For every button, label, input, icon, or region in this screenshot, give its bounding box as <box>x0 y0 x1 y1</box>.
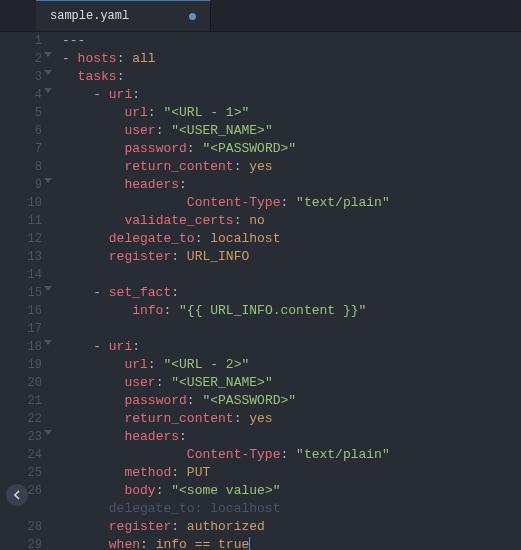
chevron-left-icon <box>12 490 22 500</box>
line-number: 1 <box>0 32 42 50</box>
code-token: : <box>171 465 179 480</box>
line-number: 4 <box>0 86 42 104</box>
code-line[interactable]: method: PUT <box>62 464 521 482</box>
code-line[interactable]: when: info == true <box>62 536 521 550</box>
code-token: Content-Type <box>187 447 281 462</box>
line-number: 8 <box>0 158 42 176</box>
line-number: 6 <box>0 122 42 140</box>
line-number: 7 <box>0 140 42 158</box>
line-number: 3 <box>0 68 42 86</box>
line-number: 14 <box>0 266 42 284</box>
code-token <box>62 465 124 480</box>
code-line[interactable]: password: "<PASSWORD>" <box>62 140 521 158</box>
code-line[interactable]: - hosts: all <box>62 50 521 68</box>
code-line[interactable]: return_content: yes <box>62 410 521 428</box>
line-number: 25 <box>0 464 42 482</box>
code-line[interactable]: body: "<some value>" <box>62 482 521 500</box>
code-line[interactable]: validate_certs: no <box>62 212 521 230</box>
code-line[interactable]: user: "<USER_NAME>" <box>62 122 521 140</box>
fold-chevron-icon[interactable] <box>44 88 52 93</box>
line-number: 23 <box>0 428 42 446</box>
code-line[interactable]: user: "<USER_NAME>" <box>62 374 521 392</box>
code-line[interactable]: --- <box>62 32 521 50</box>
fold-chevron-icon[interactable] <box>44 52 52 57</box>
code-token: tasks <box>78 69 117 84</box>
code-token: return_content <box>124 411 233 426</box>
back-chevron-button[interactable] <box>6 484 28 506</box>
code-line[interactable]: headers: <box>62 428 521 446</box>
code-token: info == true <box>156 537 250 550</box>
code-content[interactable]: ---- hosts: all tasks: - uri: url: "<URL… <box>48 32 521 550</box>
fold-chevron-icon[interactable] <box>44 430 52 435</box>
code-token: : <box>171 519 179 534</box>
code-token: "<PASSWORD>" <box>202 393 296 408</box>
text-cursor <box>249 537 250 550</box>
code-line[interactable] <box>62 320 521 338</box>
code-token: password <box>124 393 186 408</box>
code-line[interactable]: return_content: yes <box>62 158 521 176</box>
code-line[interactable]: tasks: <box>62 68 521 86</box>
code-token <box>62 213 124 228</box>
code-token: "<USER_NAME>" <box>171 123 272 138</box>
code-token: when <box>109 537 140 550</box>
code-token <box>62 429 124 444</box>
code-token: : <box>132 87 140 102</box>
line-number: 2 <box>0 50 42 68</box>
code-line[interactable]: Content-Type: "text/plain" <box>62 194 521 212</box>
code-token: password <box>124 141 186 156</box>
unsaved-indicator-icon <box>189 13 196 20</box>
code-token: body <box>124 483 155 498</box>
code-line-dimmed[interactable]: delegate_to: localhost <box>62 500 521 518</box>
code-token <box>62 411 124 426</box>
code-token <box>62 105 124 120</box>
code-line[interactable]: register: authorized <box>62 518 521 536</box>
code-line[interactable]: - uri: <box>62 338 521 356</box>
fold-chevron-icon[interactable] <box>44 340 52 345</box>
code-line[interactable]: info: "{{ URL_INFO.content }}" <box>62 302 521 320</box>
tab-sample-yaml[interactable]: sample.yaml <box>36 0 211 31</box>
code-line[interactable]: register: URL_INFO <box>62 248 521 266</box>
code-token <box>62 69 78 84</box>
code-token <box>62 375 124 390</box>
code-token: uri <box>109 87 132 102</box>
line-number: 16 <box>0 302 42 320</box>
code-token: --- <box>62 33 85 48</box>
code-line[interactable]: delegate_to: localhost <box>62 230 521 248</box>
code-line[interactable]: - set_fact: <box>62 284 521 302</box>
fold-chevron-icon[interactable] <box>44 70 52 75</box>
code-token: localhost <box>210 231 280 246</box>
code-line[interactable]: password: "<PASSWORD>" <box>62 392 521 410</box>
code-line[interactable] <box>62 266 521 284</box>
code-token <box>62 159 124 174</box>
code-token <box>62 447 187 462</box>
code-token: "<some value>" <box>171 483 280 498</box>
code-token <box>62 537 109 550</box>
code-token: : <box>148 105 156 120</box>
code-line[interactable]: url: "<URL - 1>" <box>62 104 521 122</box>
code-token: "{{ URL_INFO.content }}" <box>179 303 366 318</box>
line-number: 18 <box>0 338 42 356</box>
code-token: : <box>179 429 187 444</box>
code-token: URL_INFO <box>187 249 249 264</box>
code-line[interactable]: - uri: <box>62 86 521 104</box>
code-line[interactable]: Content-Type: "text/plain" <box>62 446 521 464</box>
line-number: 17 <box>0 320 42 338</box>
line-number: 10 <box>0 194 42 212</box>
code-token: : <box>179 177 187 192</box>
code-token <box>62 357 124 372</box>
code-line[interactable]: headers: <box>62 176 521 194</box>
editor-area[interactable]: 1234567891011121314151617181920212223242… <box>0 32 521 550</box>
line-number: 28 <box>0 518 42 536</box>
code-token: hosts <box>78 51 117 66</box>
fold-chevron-icon[interactable] <box>44 178 52 183</box>
code-token: yes <box>249 159 272 174</box>
code-token: validate_certs <box>124 213 233 228</box>
tab-bar: sample.yaml <box>0 0 521 32</box>
code-token: : <box>148 357 156 372</box>
line-number: 29 <box>0 536 42 550</box>
code-token <box>62 177 124 192</box>
code-line[interactable]: url: "<URL - 2>" <box>62 356 521 374</box>
code-token <box>148 537 156 550</box>
fold-chevron-icon[interactable] <box>44 286 52 291</box>
code-token <box>62 249 109 264</box>
